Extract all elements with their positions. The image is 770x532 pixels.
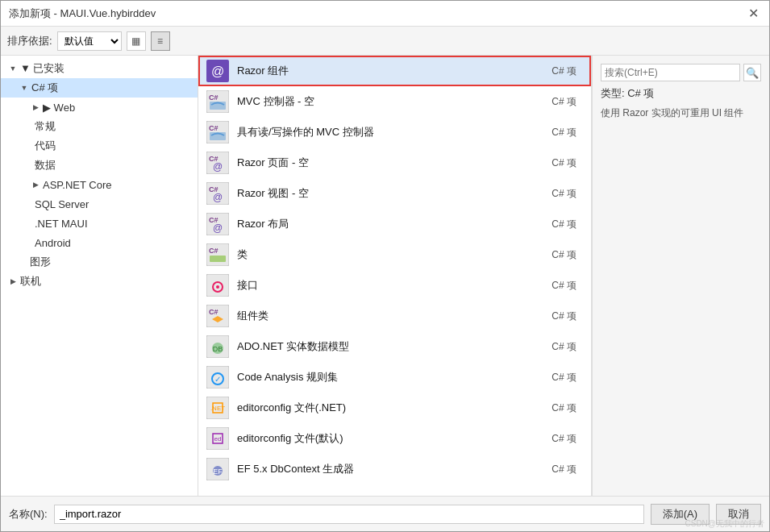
svg-text:.NET: .NET (210, 405, 225, 412)
data-label: 数据 (35, 158, 56, 172)
sidebar: ▼ ▼ 已安装 ▼ C# 项 ▶ ▶ Web 常规 代码 数据 ▶ AS (1, 56, 198, 496)
item-icon: EF (205, 456, 231, 482)
item-type: C# 项 (528, 340, 576, 354)
list-item[interactable]: ed editorconfig 文件(默认)C# 项 (198, 423, 591, 454)
svg-text:C#: C# (209, 124, 219, 132)
search-input[interactable] (601, 64, 740, 81)
item-name: Razor 页面 - 空 (237, 156, 528, 170)
list-item[interactable]: C# @ Razor 页面 - 空C# 项 (198, 148, 591, 178)
code-label: 代码 (35, 139, 56, 153)
item-name: Razor 视图 - 空 (237, 186, 528, 201)
expand-icon-machine: ▶ (7, 276, 19, 287)
sidebar-item-graphics[interactable]: 图形 (1, 252, 198, 272)
item-type: C# 项 (528, 187, 576, 201)
sidebar-item-code[interactable]: 代码 (1, 136, 198, 156)
sidebar-item-data[interactable]: 数据 (1, 156, 198, 175)
close-button[interactable]: ✕ (745, 6, 761, 22)
list-view-button[interactable]: ≡ (151, 31, 170, 51)
normal-label: 常规 (35, 119, 56, 134)
svg-text:EF: EF (213, 468, 223, 476)
svg-rect-19 (210, 256, 226, 262)
item-name: Razor 组件 (237, 64, 528, 78)
item-name: 类 (237, 247, 528, 262)
item-name: ADO.NET 实体数据模型 (237, 339, 528, 354)
svg-text:C#: C# (209, 247, 219, 255)
item-type: C# 项 (528, 218, 576, 231)
search-button[interactable]: 🔍 (743, 64, 761, 81)
item-icon: C# (205, 89, 231, 114)
sidebar-item-csharp[interactable]: ▼ C# 项 (1, 78, 198, 98)
sidebar-item-installed[interactable]: ▼ ▼ 已安装 (1, 59, 198, 78)
item-name: Code Analysis 规则集 (237, 370, 528, 384)
svg-text:@: @ (213, 222, 223, 234)
list-item[interactable]: 接口C# 项 (198, 270, 591, 301)
item-name: MVC 控制器 - 空 (237, 94, 528, 109)
sidebar-item-machine[interactable]: ▶ 联机 (1, 272, 198, 291)
list-item[interactable]: C# MVC 控制器 - 空C# 项 (198, 86, 591, 117)
svg-text:@: @ (213, 192, 223, 203)
grid-view-button[interactable]: ▦ (127, 31, 146, 51)
sidebar-item-aspnet[interactable]: ▶ ASP.NET Core (1, 175, 198, 194)
file-name-input[interactable] (54, 505, 644, 524)
list-item[interactable]: C# 具有读/写操作的 MVC 控制器C# 项 (198, 117, 591, 148)
csharp-label: C# 项 (31, 81, 58, 95)
sidebar-item-web[interactable]: ▶ ▶ Web (1, 98, 198, 117)
desc-label: 使用 Razor 实现的可重用 UI 组件 (601, 106, 761, 120)
item-icon: C# @ (205, 181, 231, 206)
svg-text:C#: C# (209, 94, 219, 102)
sort-label: 排序依据: (7, 34, 52, 48)
item-type: C# 项 (528, 279, 576, 293)
sidebar-item-sqlserver[interactable]: SQL Server (1, 194, 198, 214)
dialog-title: 添加新项 - MAUI.Vue.hybirddev (9, 6, 156, 21)
collapse-icon-web: ▶ (30, 102, 41, 113)
machine-label: 联机 (20, 274, 41, 289)
graphics-label: 图形 (30, 255, 51, 269)
item-type: C# 项 (528, 310, 576, 323)
list-item[interactable]: EF EF 5.x DbContext 生成器C# 项 (198, 454, 591, 484)
list-item[interactable]: @ Razor 组件C# 项 (198, 56, 591, 86)
item-name: editorconfig 文件(默认) (237, 431, 528, 446)
sidebar-item-android[interactable]: Android (1, 233, 198, 252)
list-item[interactable]: DB ADO.NET 实体数据模型C# 项 (198, 331, 591, 362)
list-item[interactable]: C# 组件类C# 项 (198, 301, 591, 331)
item-name: EF 5.x DbContext 生成器 (237, 462, 528, 476)
item-type: C# 项 (528, 401, 576, 415)
list-item[interactable]: C# @ Razor 视图 - 空C# 项 (198, 178, 591, 209)
list-item[interactable]: C# 类C# 项 (198, 239, 591, 270)
android-label: Android (35, 237, 71, 249)
item-type: C# 项 (528, 95, 576, 109)
item-name: Razor 布局 (237, 217, 528, 231)
svg-point-22 (216, 285, 219, 289)
sidebar-item-normal[interactable]: 常规 (1, 117, 198, 136)
expand-icon: ▼ (7, 63, 19, 74)
svg-text:ed: ed (214, 435, 222, 443)
type-label: 类型: C# 项 (601, 86, 761, 101)
item-list: @ Razor 组件C# 项 C# MVC 控制器 - 空C# 项 C# 具有读… (198, 56, 592, 496)
toolbar: 排序依据: 默认值 ▦ ≡ (1, 27, 769, 56)
item-type: C# 项 (528, 432, 576, 446)
item-type: C# 项 (528, 248, 576, 262)
search-bar: 🔍 (601, 64, 761, 81)
svg-text:C#: C# (209, 308, 219, 316)
list-item[interactable]: C# @ Razor 布局C# 项 (198, 209, 591, 239)
aspnet-label: ASP.NET Core (43, 179, 112, 191)
sqlserver-label: SQL Server (35, 198, 89, 210)
list-item[interactable]: .NET editorconfig 文件(.NET)C# 项 (198, 393, 591, 423)
expand-icon-csharp: ▼ (19, 82, 30, 94)
installed-label: ▼ 已安装 (20, 61, 65, 76)
item-type: C# 项 (528, 156, 576, 170)
name-label: 名称(N): (9, 507, 48, 522)
svg-text:✓: ✓ (214, 375, 221, 384)
title-bar: 添加新项 - MAUI.Vue.hybirddev ✕ (1, 1, 769, 27)
item-icon: C# (205, 242, 231, 268)
item-icon: C# (205, 303, 231, 329)
item-icon: ed (205, 426, 231, 451)
item-icon: DB (205, 334, 231, 360)
list-item[interactable]: ✓ Code Analysis 规则集C# 项 (198, 362, 591, 393)
sidebar-item-netmaui[interactable]: .NET MAUI (1, 214, 198, 233)
item-icon: @ (205, 58, 231, 84)
item-icon: C# (205, 119, 231, 145)
item-type: C# 项 (528, 371, 576, 384)
item-icon: .NET (205, 395, 231, 421)
sort-select[interactable]: 默认值 (57, 31, 122, 51)
